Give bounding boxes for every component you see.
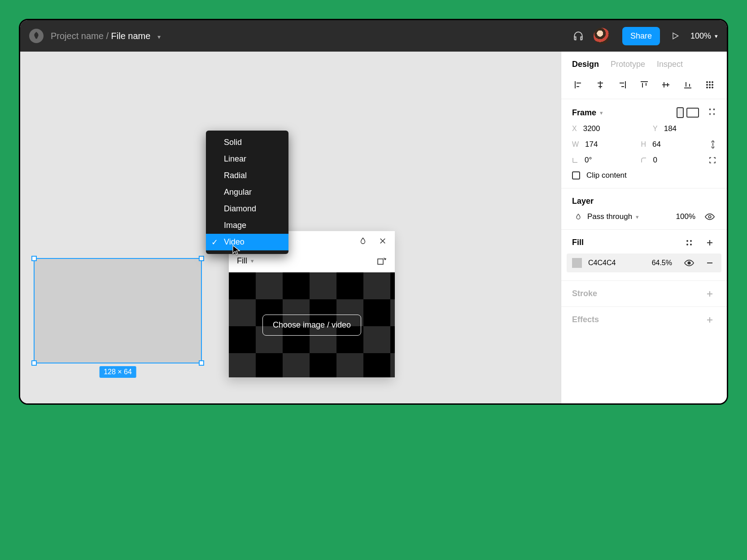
fill-type-option-radial[interactable]: Radial (206, 167, 288, 184)
resize-handle-bl[interactable] (31, 360, 37, 366)
main: 128 × 64 Fill ▾ (20, 52, 727, 403)
fill-label: Fill (572, 238, 584, 247)
fit-icon[interactable] (708, 108, 716, 118)
chevron-down-icon[interactable]: ▾ (636, 214, 639, 220)
resize-handle-tl[interactable] (31, 256, 37, 261)
x-field[interactable]: X3200 (572, 124, 635, 133)
fill-hex[interactable]: C4C4C4 (588, 259, 616, 267)
svg-rect-0 (378, 259, 383, 264)
headphones-icon[interactable] (569, 30, 587, 42)
layer-section: Layer Pass through ▾ 100% (561, 188, 727, 230)
zoom-value: 100% (690, 31, 711, 41)
stroke-section: Stroke (561, 281, 727, 307)
fill-type-dropdown: Solid Linear Radial Angular Diamond Imag… (206, 131, 288, 254)
orientation-landscape[interactable] (686, 108, 699, 118)
resize-handle-br[interactable] (199, 360, 204, 366)
svg-point-14 (690, 244, 692, 245)
topbar: Project name / File name ▾ Share 100% ▾ (20, 20, 727, 52)
chevron-down-icon: ▾ (715, 33, 718, 39)
fill-opacity[interactable]: 64.5% (652, 259, 672, 267)
svg-point-6 (712, 84, 713, 85)
fill-type-option-linear[interactable]: Linear (206, 151, 288, 167)
fill-type-option-angular[interactable]: Angular (206, 184, 288, 201)
project-name: Project name (51, 31, 104, 41)
selection-dimensions: 128 × 64 (99, 366, 136, 378)
add-stroke-icon[interactable] (703, 290, 716, 298)
radius-field[interactable]: 0 (641, 156, 691, 165)
corner-radius-icon (641, 157, 647, 163)
canvas[interactable]: 128 × 64 Fill ▾ (20, 52, 561, 403)
fill-swatch[interactable] (572, 258, 582, 268)
media-preview[interactable]: Choose image / video (229, 272, 395, 377)
svg-point-12 (690, 240, 692, 242)
frame-section: Frame ▾ X3200 Y184 W174 H (561, 99, 727, 188)
align-right-icon[interactable] (614, 77, 630, 92)
align-bottom-icon[interactable] (680, 77, 696, 92)
layer-opacity[interactable]: 100% (676, 212, 695, 221)
close-icon[interactable] (379, 237, 387, 245)
align-top-icon[interactable] (636, 77, 652, 92)
distribute-icon[interactable] (701, 77, 718, 92)
svg-point-7 (706, 87, 708, 88)
file-name: File name (111, 31, 151, 41)
align-hcenter-icon[interactable] (592, 77, 609, 92)
tab-prototype[interactable]: Prototype (611, 60, 645, 69)
fill-mode-label[interactable]: Fill (237, 256, 247, 266)
selected-frame[interactable]: 128 × 64 (34, 258, 202, 363)
fill-entry[interactable]: C4C4C4 64.5% (567, 254, 721, 272)
droplet-icon[interactable] (359, 236, 367, 245)
app-logo[interactable] (29, 29, 44, 43)
add-fill-icon[interactable] (703, 239, 716, 246)
add-effect-icon[interactable] (703, 316, 716, 324)
eye-icon[interactable] (703, 213, 716, 220)
svg-point-9 (712, 87, 713, 88)
panel-tabs: Design Prototype Inspect (561, 52, 727, 74)
breadcrumb[interactable]: Project name / File name ▾ (51, 31, 161, 41)
styles-icon[interactable] (683, 239, 695, 246)
independent-corners-icon[interactable] (709, 157, 716, 164)
app-window: Project name / File name ▾ Share 100% ▾ (19, 19, 728, 405)
layer-label: Layer (572, 197, 594, 206)
h-field[interactable]: H64 (641, 140, 692, 149)
zoom-control[interactable]: 100% ▾ (690, 31, 718, 41)
svg-point-4 (706, 84, 708, 85)
eye-icon[interactable] (683, 259, 695, 267)
svg-point-11 (686, 240, 688, 242)
droplet-icon[interactable] (572, 213, 585, 221)
orientation-portrait[interactable] (677, 107, 684, 118)
effects-label: Effects (572, 315, 599, 324)
fill-type-option-diamond[interactable]: Diamond (206, 201, 288, 217)
share-button[interactable]: Share (622, 27, 660, 45)
frame-label[interactable]: Frame (572, 108, 596, 118)
rotate-icon[interactable] (376, 255, 387, 266)
w-field[interactable]: W174 (572, 140, 623, 149)
svg-point-13 (686, 244, 688, 245)
align-row (561, 74, 727, 99)
chevron-down-icon[interactable]: ▾ (600, 109, 603, 116)
fill-type-option-image[interactable]: Image (206, 217, 288, 234)
chevron-down-icon[interactable]: ▾ (157, 33, 161, 40)
play-icon[interactable] (666, 31, 684, 40)
properties-panel: Design Prototype Inspect Frame ▾ (561, 52, 727, 403)
fill-type-option-video[interactable]: ✓ Video (206, 234, 288, 250)
remove-fill-icon[interactable] (703, 259, 716, 267)
link-constrain-icon[interactable] (710, 140, 716, 149)
y-field[interactable]: Y184 (653, 124, 716, 133)
align-left-icon[interactable] (570, 77, 587, 92)
resize-handle-tr[interactable] (199, 256, 204, 261)
tab-design[interactable]: Design (572, 60, 599, 69)
tab-inspect[interactable]: Inspect (657, 60, 683, 69)
avatar[interactable] (594, 28, 610, 44)
chevron-down-icon[interactable]: ▾ (251, 258, 254, 264)
align-vcenter-icon[interactable] (658, 77, 674, 92)
svg-point-8 (709, 87, 710, 88)
svg-point-15 (688, 262, 690, 264)
rotation-field[interactable]: 0° (572, 156, 623, 165)
blend-mode[interactable]: Pass through (587, 212, 632, 221)
clip-content-label: Clip content (586, 171, 627, 180)
svg-point-5 (709, 84, 710, 85)
fill-type-option-solid[interactable]: Solid (206, 134, 288, 151)
effects-section: Effects (561, 307, 727, 332)
clip-content-checkbox[interactable] (572, 171, 580, 179)
choose-media-button[interactable]: Choose image / video (262, 315, 361, 336)
